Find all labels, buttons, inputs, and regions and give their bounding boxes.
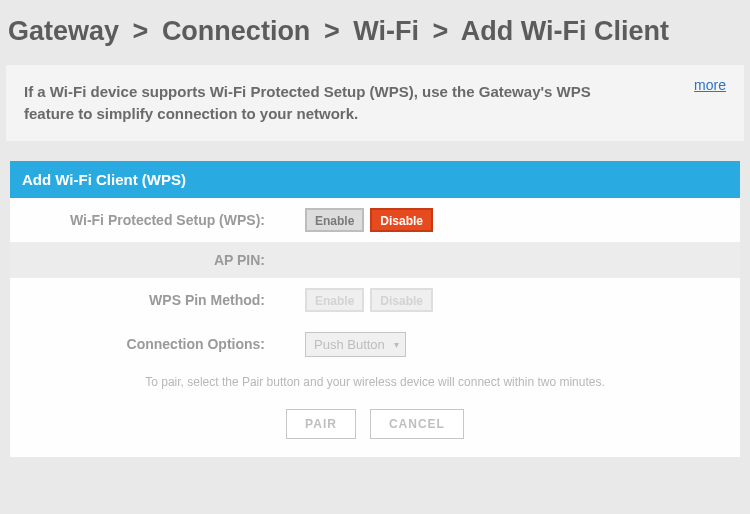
- connection-options-select[interactable]: Push Button ▾: [305, 332, 406, 357]
- wps-disable-button[interactable]: Disable: [370, 208, 433, 232]
- wps-pin-disable-button[interactable]: Disable: [370, 288, 433, 312]
- label-wps-pin-method: WPS Pin Method:: [10, 292, 275, 308]
- cancel-button[interactable]: CANCEL: [370, 409, 464, 439]
- wps-pin-enable-button[interactable]: Enable: [305, 288, 364, 312]
- section-header: Add Wi-Fi Client (WPS): [10, 161, 740, 198]
- info-panel: If a Wi-Fi device supports Wi-Fi Protect…: [6, 65, 744, 141]
- wps-enable-button[interactable]: Enable: [305, 208, 364, 232]
- breadcrumb-add-wifi-client: Add Wi-Fi Client: [461, 16, 669, 46]
- chevron-right-icon: >: [318, 16, 346, 46]
- breadcrumb-wifi[interactable]: Wi-Fi: [353, 16, 419, 46]
- breadcrumb-gateway[interactable]: Gateway: [8, 16, 119, 46]
- label-wps: Wi-Fi Protected Setup (WPS):: [10, 212, 275, 228]
- row-wps-pin-method: WPS Pin Method: Enable Disable: [10, 278, 740, 322]
- chevron-right-icon: >: [127, 16, 155, 46]
- label-ap-pin: AP PIN:: [10, 252, 275, 268]
- breadcrumb: Gateway > Connection > Wi-Fi > Add Wi-Fi…: [0, 0, 750, 65]
- breadcrumb-connection[interactable]: Connection: [162, 16, 311, 46]
- wps-form: Add Wi-Fi Client (WPS) Wi-Fi Protected S…: [10, 161, 740, 457]
- action-row: PAIR CANCEL: [10, 403, 740, 457]
- row-connection-options: Connection Options: Push Button ▾: [10, 322, 740, 367]
- more-link[interactable]: more: [694, 77, 726, 93]
- pair-hint: To pair, select the Pair button and your…: [10, 367, 740, 403]
- row-ap-pin: AP PIN:: [10, 242, 740, 278]
- label-connection-options: Connection Options:: [10, 336, 275, 352]
- pair-button[interactable]: PAIR: [286, 409, 356, 439]
- chevron-down-icon: ▾: [394, 339, 399, 350]
- info-text: If a Wi-Fi device supports Wi-Fi Protect…: [24, 81, 624, 125]
- row-wps: Wi-Fi Protected Setup (WPS): Enable Disa…: [10, 198, 740, 242]
- connection-options-value: Push Button: [314, 337, 385, 352]
- chevron-right-icon: >: [426, 16, 454, 46]
